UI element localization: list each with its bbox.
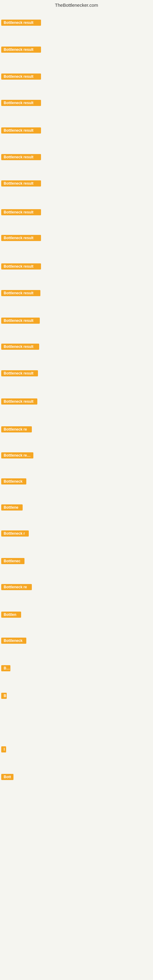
list-item: Bottleneck result: [1, 398, 37, 406]
bottleneck-badge[interactable]: Bottleneck: [1, 638, 26, 644]
list-item: Bottleneck result: [1, 20, 41, 27]
bottleneck-badge[interactable]: Bottleneck re: [1, 426, 32, 433]
bottleneck-badge[interactable]: Bottleneck result: [1, 318, 40, 324]
list-item: Bottleneck result: [1, 127, 41, 135]
bottleneck-badge[interactable]: Bottleneck r: [1, 530, 29, 536]
bottleneck-badge[interactable]: Bottleneck result: [1, 235, 41, 241]
bottleneck-badge[interactable]: Bottleneck result: [1, 263, 41, 269]
list-item: Bottleneck re: [1, 426, 32, 434]
list-item: Bottleneck result: [1, 73, 41, 81]
list-item: Bottleneck resu: [1, 452, 33, 460]
site-title: TheBottlenecker.com: [0, 0, 153, 11]
bottleneck-badge[interactable]: Bottleneck result: [1, 154, 41, 160]
list-item: I: [1, 746, 6, 754]
list-item: Bo: [1, 665, 10, 673]
list-item: Bottleneck r: [1, 530, 29, 538]
list-item: Bottlen: [1, 612, 21, 619]
bottleneck-badge[interactable]: B: [1, 693, 7, 699]
list-item: Bott: [1, 774, 13, 781]
list-item: Bottlene: [1, 504, 22, 512]
bottleneck-badge[interactable]: Bottleneck re: [1, 584, 32, 590]
list-item: Bottleneck re: [1, 584, 32, 591]
list-item: Bottleneck: [1, 478, 26, 486]
bottleneck-badge[interactable]: Bottleneck: [1, 478, 26, 485]
list-item: Bottleneck result: [1, 318, 40, 325]
bottleneck-badge[interactable]: Bo: [1, 665, 10, 671]
bottleneck-badge[interactable]: Bottleneck result: [1, 209, 41, 215]
bottleneck-badge[interactable]: Bottleneck result: [1, 100, 41, 106]
bottleneck-badge[interactable]: I: [1, 746, 6, 752]
bottleneck-badge[interactable]: Bottleneck result: [1, 20, 41, 26]
list-item: Bottleneck result: [1, 344, 39, 351]
list-item: Bottleneck result: [1, 370, 38, 378]
list-item: Bottlenec: [1, 558, 24, 565]
bottleneck-badge[interactable]: Bottleneck result: [1, 344, 39, 350]
list-item: Bottleneck result: [1, 100, 41, 107]
bottleneck-badge[interactable]: Bottleneck result: [1, 370, 38, 376]
list-item: Bottleneck: [1, 638, 26, 645]
list-item: Bottleneck result: [1, 235, 41, 242]
bottleneck-badge[interactable]: Bottleneck result: [1, 180, 41, 186]
list-item: Bottleneck result: [1, 263, 41, 271]
bottleneck-badge[interactable]: Bottleneck result: [1, 290, 40, 296]
list-item: B: [1, 693, 7, 700]
bottleneck-badge[interactable]: Bottlene: [1, 504, 22, 511]
bottleneck-badge[interactable]: Bott: [1, 774, 13, 780]
bottleneck-badge[interactable]: Bottleneck result: [1, 46, 41, 52]
bottleneck-badge[interactable]: Bottleneck result: [1, 73, 41, 80]
list-item: Bottleneck result: [1, 209, 41, 216]
bottleneck-badge[interactable]: Bottleneck result: [1, 398, 37, 404]
list-item: Bottleneck result: [1, 154, 41, 161]
list-item: Bottleneck result: [1, 290, 40, 298]
bottleneck-badge[interactable]: Bottlen: [1, 612, 21, 618]
bottleneck-badge[interactable]: Bottlenec: [1, 558, 24, 564]
bottleneck-badge[interactable]: Bottleneck result: [1, 127, 41, 134]
bottleneck-badge[interactable]: Bottleneck resu: [1, 452, 33, 458]
list-item: Bottleneck result: [1, 180, 41, 188]
list-item: Bottleneck result: [1, 46, 41, 54]
